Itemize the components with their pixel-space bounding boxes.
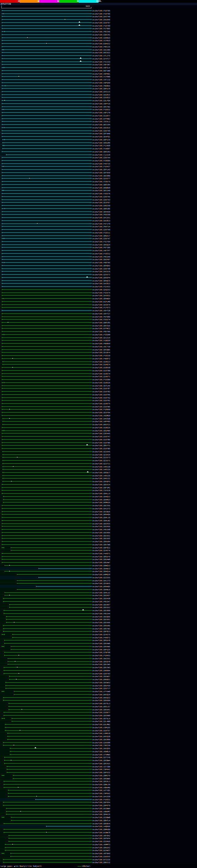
hit-bar[interactable] bbox=[8, 796, 91, 797]
hit-bar[interactable] bbox=[2, 130, 91, 131]
hit-bar[interactable] bbox=[2, 10, 91, 11]
hit-bar[interactable] bbox=[4, 673, 91, 674]
hit-bar[interactable] bbox=[2, 184, 91, 185]
hit-bar[interactable] bbox=[2, 214, 91, 215]
hit-bar[interactable] bbox=[2, 289, 91, 290]
hit-bar[interactable] bbox=[46, 826, 91, 827]
hit-bar[interactable] bbox=[2, 307, 91, 308]
hit-bar[interactable] bbox=[4, 652, 91, 652]
hit-bar[interactable] bbox=[3, 859, 91, 860]
hit-bar[interactable] bbox=[2, 190, 91, 191]
hit-bar[interactable] bbox=[2, 319, 91, 320]
hit-bar[interactable] bbox=[12, 718, 91, 719]
hit-bar[interactable] bbox=[2, 364, 91, 365]
hit-bar[interactable] bbox=[4, 610, 91, 611]
hit-bar[interactable] bbox=[14, 691, 91, 691]
hit-bar[interactable] bbox=[11, 817, 91, 817]
hit-bar[interactable] bbox=[9, 706, 91, 707]
hit-bar[interactable] bbox=[2, 409, 91, 409]
hit-bar[interactable] bbox=[2, 424, 91, 425]
hit-bar[interactable] bbox=[9, 676, 91, 677]
hit-bar[interactable] bbox=[2, 136, 91, 137]
hit-bar[interactable] bbox=[2, 163, 91, 164]
hit-bar[interactable] bbox=[2, 439, 91, 440]
hit-bar[interactable] bbox=[2, 310, 91, 311]
hit-bar[interactable] bbox=[4, 640, 91, 641]
hit-bar[interactable] bbox=[2, 76, 91, 77]
hit-bar[interactable] bbox=[2, 100, 91, 101]
hit-bar[interactable] bbox=[5, 847, 91, 848]
hit-bar[interactable] bbox=[2, 59, 91, 59]
hit-bar[interactable] bbox=[2, 421, 91, 422]
hit-bar[interactable] bbox=[9, 709, 91, 710]
hit-bar[interactable] bbox=[2, 28, 91, 29]
hit-bar[interactable] bbox=[11, 649, 91, 650]
hit-bar[interactable] bbox=[2, 152, 91, 152]
hit-bar[interactable] bbox=[5, 565, 91, 566]
hit-bar[interactable] bbox=[2, 331, 91, 332]
hit-bar[interactable] bbox=[7, 772, 91, 773]
hit-bar[interactable] bbox=[9, 838, 91, 838]
hit-bar[interactable] bbox=[10, 853, 91, 854]
hit-bar[interactable] bbox=[2, 73, 91, 74]
hit-bar[interactable] bbox=[2, 55, 91, 56]
hit-bar[interactable] bbox=[2, 367, 91, 368]
hit-bar[interactable] bbox=[9, 703, 91, 704]
hit-bar[interactable] bbox=[2, 433, 91, 434]
hit-bar[interactable] bbox=[2, 514, 91, 515]
hit-bar[interactable] bbox=[2, 508, 91, 509]
hit-bar[interactable] bbox=[2, 209, 91, 209]
hit-bar[interactable] bbox=[4, 832, 91, 833]
hit-bar[interactable] bbox=[2, 121, 91, 122]
hit-bar[interactable] bbox=[2, 271, 91, 272]
hit-bar[interactable] bbox=[2, 559, 91, 559]
hit-bar[interactable] bbox=[5, 595, 91, 595]
hit-bar[interactable] bbox=[2, 199, 91, 200]
hit-bar[interactable] bbox=[2, 512, 91, 512]
hit-bar[interactable] bbox=[9, 607, 91, 608]
hit-bar[interactable] bbox=[2, 86, 91, 86]
hit-bar[interactable] bbox=[2, 106, 91, 107]
hit-bar[interactable] bbox=[2, 532, 91, 533]
hit-bar[interactable] bbox=[2, 140, 91, 140]
hit-bar[interactable] bbox=[5, 724, 91, 724]
hit-bar[interactable] bbox=[2, 193, 91, 194]
hit-bar[interactable] bbox=[2, 316, 91, 317]
hit-bar[interactable] bbox=[2, 455, 91, 455]
hit-bar[interactable] bbox=[2, 259, 91, 259]
hit-bar[interactable] bbox=[8, 658, 91, 659]
hit-bar[interactable] bbox=[10, 856, 91, 857]
hit-bar[interactable] bbox=[2, 398, 91, 398]
hit-bar[interactable] bbox=[4, 784, 91, 784]
hit-bar[interactable] bbox=[2, 466, 91, 467]
hit-bar[interactable] bbox=[2, 418, 91, 419]
hit-bar[interactable] bbox=[2, 328, 91, 329]
hit-bar[interactable] bbox=[7, 736, 91, 737]
hit-bar[interactable] bbox=[2, 241, 91, 242]
hit-bar[interactable] bbox=[12, 634, 91, 634]
hit-bar[interactable] bbox=[2, 484, 91, 485]
hit-bar[interactable] bbox=[2, 305, 91, 305]
hit-bar[interactable] bbox=[2, 460, 91, 461]
hit-bar[interactable] bbox=[2, 212, 91, 212]
hit-bar[interactable] bbox=[2, 157, 91, 158]
hit-bar[interactable] bbox=[2, 373, 91, 374]
hit-bar[interactable] bbox=[2, 250, 91, 251]
hit-bar[interactable] bbox=[8, 793, 91, 794]
hit-bar[interactable] bbox=[6, 808, 91, 809]
hit-bar[interactable] bbox=[38, 568, 91, 569]
hit-bar[interactable] bbox=[8, 790, 91, 790]
hit-bar[interactable] bbox=[10, 751, 91, 752]
hit-bar[interactable] bbox=[4, 757, 91, 757]
hit-bar[interactable] bbox=[2, 382, 91, 383]
hit-bar[interactable] bbox=[2, 26, 91, 26]
hit-bar[interactable] bbox=[8, 664, 91, 664]
hit-bar[interactable] bbox=[2, 253, 91, 254]
hit-bar[interactable] bbox=[3, 631, 91, 631]
hit-bar[interactable] bbox=[3, 496, 91, 497]
hit-bar[interactable] bbox=[2, 385, 91, 386]
hit-bar[interactable] bbox=[2, 376, 91, 377]
hit-bar[interactable] bbox=[4, 643, 91, 644]
hit-bar[interactable] bbox=[2, 430, 91, 431]
hit-bar[interactable] bbox=[2, 247, 91, 248]
